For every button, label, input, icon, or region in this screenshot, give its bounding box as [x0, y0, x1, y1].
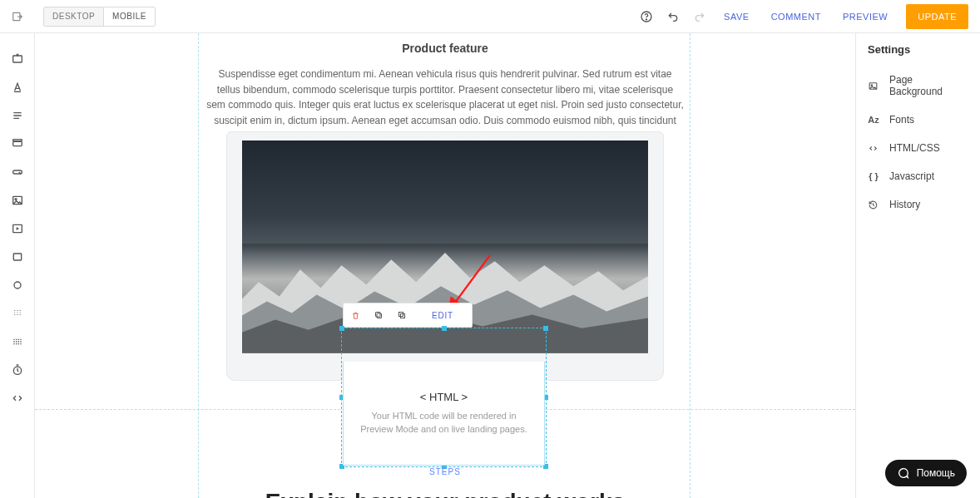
- svg-rect-13: [377, 313, 382, 318]
- help-label: Помощь: [917, 467, 955, 479]
- history-icon: [868, 200, 879, 210]
- add-block-icon[interactable]: [10, 52, 25, 67]
- code-widget-icon[interactable]: [10, 391, 25, 406]
- html-widget-placeholder[interactable]: < HTML > Your HTML code will be rendered…: [343, 362, 545, 466]
- delete-widget-button[interactable]: [344, 310, 367, 321]
- html-widget-selection[interactable]: < HTML > Your HTML code will be rendered…: [341, 328, 547, 467]
- device-switch: DESKTOP MOBILE: [43, 7, 156, 27]
- svg-rect-3: [12, 56, 22, 62]
- settings-item-label: History: [889, 199, 920, 210]
- device-mobile-button[interactable]: MOBILE: [103, 7, 155, 26]
- layer-widget-button[interactable]: [390, 310, 413, 320]
- slider-widget-icon[interactable]: [10, 306, 25, 321]
- settings-item-label: Page Background: [889, 74, 968, 97]
- editor-canvas[interactable]: Product feature Suspendisse eget condime…: [35, 33, 855, 498]
- settings-htmlcss[interactable]: HTML/CSS: [856, 134, 980, 162]
- svg-rect-14: [376, 313, 381, 318]
- update-button[interactable]: UPDATE: [906, 4, 968, 29]
- topbar-actions: SAVE COMMENT PREVIEW UPDATE: [634, 4, 980, 29]
- html-widget-title: < HTML >: [420, 391, 468, 403]
- svg-rect-4: [12, 141, 22, 145]
- resize-handle[interactable]: [339, 326, 344, 331]
- edit-widget-button[interactable]: EDIT: [413, 311, 472, 320]
- undo-icon[interactable]: [661, 4, 686, 29]
- settings-header: Settings: [856, 33, 980, 66]
- text-lines-icon[interactable]: [10, 108, 25, 123]
- device-desktop-button[interactable]: DESKTOP: [44, 7, 103, 26]
- widget-toolbar: EDIT: [343, 303, 473, 328]
- exit-editor-button[interactable]: [0, 11, 35, 22]
- video-widget-icon[interactable]: [10, 221, 25, 236]
- settings-panel: Settings Page Background Az Fonts HTML/C…: [855, 33, 980, 498]
- settings-history[interactable]: History: [856, 190, 980, 219]
- explain-heading[interactable]: Explain how your product works: [35, 489, 855, 498]
- divider-widget-icon[interactable]: [10, 334, 25, 349]
- topbar: DESKTOP MOBILE SAVE COMMENT PREVIEW UPDA…: [0, 0, 980, 33]
- code-icon: [868, 143, 879, 154]
- shape-widget-icon[interactable]: [10, 278, 25, 293]
- svg-point-11: [14, 282, 21, 288]
- steps-label[interactable]: STEPS: [35, 467, 855, 476]
- svg-point-18: [871, 84, 872, 85]
- settings-fonts[interactable]: Az Fonts: [856, 106, 980, 134]
- settings-item-label: HTML/CSS: [889, 142, 940, 154]
- feature-text[interactable]: Suspendisse eget condimentum mi. Aenean …: [35, 55, 855, 144]
- settings-item-label: Javascript: [889, 170, 934, 182]
- help-chat-button[interactable]: Помощь: [885, 460, 967, 486]
- image-icon: [868, 81, 879, 91]
- svg-rect-10: [13, 254, 21, 260]
- element-rail: [0, 33, 35, 498]
- save-button[interactable]: SAVE: [714, 12, 760, 22]
- duplicate-widget-button[interactable]: [367, 310, 390, 320]
- redo-icon[interactable]: [687, 4, 712, 29]
- settings-javascript[interactable]: { } Javascript: [856, 162, 980, 190]
- text-style-icon[interactable]: [10, 80, 25, 95]
- svg-point-2: [646, 18, 647, 19]
- resize-handle[interactable]: [442, 326, 447, 331]
- js-icon: { }: [868, 171, 879, 181]
- preview-button[interactable]: PREVIEW: [833, 12, 898, 22]
- button-widget-icon[interactable]: [10, 136, 25, 151]
- settings-page-background[interactable]: Page Background: [856, 66, 980, 106]
- svg-rect-5: [12, 140, 22, 141]
- help-icon[interactable]: [634, 4, 659, 29]
- form-widget-icon[interactable]: [10, 165, 25, 180]
- svg-point-8: [15, 199, 17, 200]
- feature-title[interactable]: Product feature: [35, 33, 855, 55]
- timer-widget-icon[interactable]: [10, 362, 25, 377]
- settings-item-label: Fonts: [889, 114, 914, 126]
- image-widget-icon[interactable]: [10, 193, 25, 208]
- box-widget-icon[interactable]: [10, 249, 25, 264]
- comment-button[interactable]: COMMENT: [761, 12, 831, 22]
- resize-handle[interactable]: [543, 326, 548, 331]
- fonts-icon: Az: [868, 115, 879, 125]
- html-widget-note: Your HTML code will be rendered in Previ…: [360, 410, 527, 436]
